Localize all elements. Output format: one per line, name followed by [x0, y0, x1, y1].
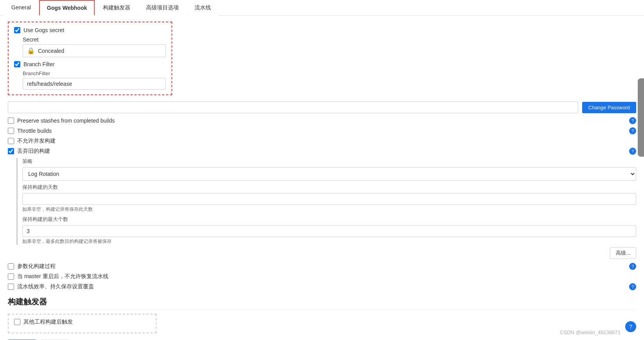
change-password-button[interactable]: Change Password: [582, 102, 636, 113]
branch-filter-sub-label: BranchFilter: [23, 71, 166, 76]
tabs-bar: General Gogs Webhook 构建触发器 高级项目选项 流水线: [0, 0, 644, 16]
concealed-text: Concealed: [38, 48, 64, 54]
days-hint: 如果非空，构建记录将保存此天数: [22, 206, 636, 213]
strategy-select[interactable]: Log Rotation Build Count: [22, 167, 636, 181]
days-group: 保持构建的天数 如果非空，构建记录将保存此天数: [22, 184, 636, 213]
max-group: 保持构建的最大个数 如果非空，最多此数目的构建记录将被保存: [22, 216, 636, 245]
pipeline-override-row: 流水线效率、持久保存设置覆盖 ?: [8, 283, 636, 290]
use-gogs-secret-label[interactable]: Use Gogs secret: [23, 27, 64, 33]
build-trigger-title: 构建触发器: [8, 297, 636, 310]
tab-general[interactable]: General: [4, 0, 38, 16]
other-trigger-checkbox[interactable]: [14, 319, 20, 325]
use-gogs-secret-checkbox[interactable]: [14, 27, 20, 33]
use-gogs-secret-row: Use Gogs secret: [14, 27, 166, 33]
no-resume-master-checkbox[interactable]: [8, 273, 14, 280]
throttle-builds-checkbox[interactable]: [8, 128, 14, 134]
days-input[interactable]: [22, 193, 636, 205]
advanced-row: 高级...: [8, 247, 636, 263]
branch-filter-input-wrapper: [23, 78, 166, 90]
throttle-builds-label[interactable]: Throttle builds: [17, 128, 52, 134]
discard-old-row: 丢弃旧的构建 ?: [8, 148, 636, 155]
branch-filter-checkbox[interactable]: [14, 61, 20, 67]
other-trigger-label[interactable]: 其他工程构建后触发: [23, 318, 73, 326]
no-resume-master-row: 当 master 重启后，不允许恢复流水线: [8, 273, 636, 280]
throttle-builds-help[interactable]: ?: [629, 127, 636, 134]
advanced-button[interactable]: 高级...: [610, 247, 636, 259]
pipeline-override-help[interactable]: ?: [629, 283, 636, 290]
no-concurrent-checkbox[interactable]: [8, 138, 14, 144]
discard-old-checkbox[interactable]: [8, 148, 14, 154]
branch-filter-label[interactable]: Branch Filter: [23, 61, 54, 67]
password-input[interactable]: [8, 101, 578, 113]
help-fixed-button[interactable]: ?: [625, 321, 636, 332]
tab-advanced-options[interactable]: 高级项目选项: [139, 0, 186, 16]
no-concurrent-label[interactable]: 不允许并发构建: [17, 137, 56, 145]
tab-gogs-webhook[interactable]: Gogs Webhook: [39, 0, 95, 16]
tab-build-triggers[interactable]: 构建触发器: [96, 0, 138, 16]
strategy-label: 策略: [22, 158, 636, 165]
strategy-section: 策略 Log Rotation Build Count 保持构建的天数 如果非空…: [16, 158, 636, 245]
gogs-secret-box: Use Gogs secret Secret 🔒 Concealed Branc…: [8, 22, 172, 95]
change-password-row: Change Password: [8, 101, 636, 113]
max-hint: 如果非空，最多此数目的构建记录将被保存: [22, 238, 636, 245]
throttle-builds-row: Throttle builds ?: [8, 127, 636, 134]
trigger-inner-box: 其他工程构建后触发: [8, 314, 157, 333]
secret-label: Secret: [23, 36, 166, 43]
other-build-trigger-row: 其他工程构建后触发: [14, 318, 150, 326]
concealed-field[interactable]: 🔒 Concealed: [23, 44, 166, 57]
branch-filter-row: Branch Filter: [14, 61, 166, 67]
discard-old-help[interactable]: ?: [629, 148, 636, 155]
preserve-stashes-help[interactable]: ?: [629, 117, 636, 124]
preserve-stashes-row: Preserve stashes from completed builds ?: [8, 117, 636, 124]
branch-filter-input[interactable]: [23, 78, 166, 90]
tab-pipeline[interactable]: 流水线: [187, 0, 218, 16]
param-build-row: 参数化构建过程 ?: [8, 263, 636, 270]
param-build-checkbox[interactable]: [8, 263, 14, 269]
preserve-stashes-label[interactable]: Preserve stashes from completed builds: [17, 118, 115, 124]
discard-old-label[interactable]: 丢弃旧的构建: [17, 148, 50, 155]
days-label: 保持构建的天数: [22, 184, 636, 191]
param-build-help[interactable]: ?: [629, 263, 636, 270]
max-input[interactable]: [22, 225, 636, 237]
pipeline-override-checkbox[interactable]: [8, 284, 14, 290]
pipeline-override-label[interactable]: 流水线效率、持久保存设置覆盖: [17, 283, 94, 290]
lock-icon: 🔒: [27, 47, 35, 54]
max-label: 保持构建的最大个数: [22, 216, 636, 223]
no-concurrent-row: 不允许并发构建: [8, 137, 636, 145]
secret-input-wrapper: 🔒 Concealed: [23, 44, 166, 57]
scrollbar[interactable]: [638, 78, 644, 157]
no-resume-master-label[interactable]: 当 master 重启后，不允许恢复流水线: [17, 273, 108, 280]
main-content: Use Gogs secret Secret 🔒 Concealed Branc…: [0, 16, 644, 340]
preserve-stashes-checkbox[interactable]: [8, 118, 14, 124]
watermark: CSDN @weixin_49138671: [560, 329, 621, 335]
param-build-label[interactable]: 参数化构建过程: [17, 263, 56, 270]
